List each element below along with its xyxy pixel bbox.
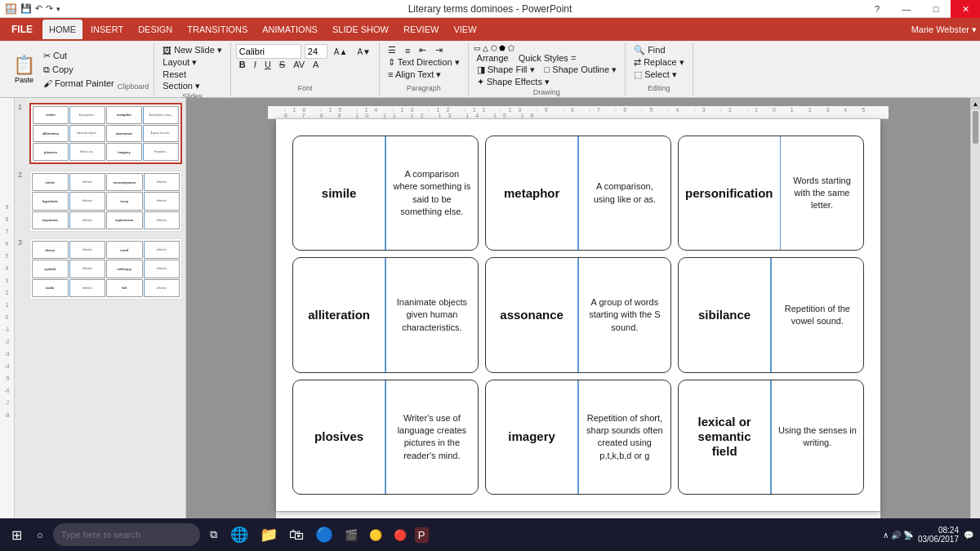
- internet-icon[interactable]: 🔵: [312, 524, 336, 545]
- redo-btn[interactable]: ↷: [46, 3, 53, 14]
- shape-outline-button[interactable]: □ Shape Outline ▾: [541, 64, 620, 76]
- max-btn[interactable]: □: [921, 0, 951, 18]
- ribbon-right: Marie Webster ▾: [911, 24, 977, 35]
- domino-8-def-text: Repetition of short, sharp sounds often …: [586, 412, 664, 463]
- new-slide-button[interactable]: 🖼 New Slide ▾: [159, 44, 225, 56]
- italic-button[interactable]: I: [251, 59, 260, 70]
- chrome-icon[interactable]: 🔴: [390, 527, 410, 543]
- increase-font-btn[interactable]: A▲: [331, 47, 351, 57]
- video-icon[interactable]: 🎬: [341, 527, 361, 543]
- user-name[interactable]: Marie Webster ▾: [911, 24, 977, 35]
- content-wrapper: 987654 3210-1-2 -3-4-5-6-7-8 1 simile A …: [0, 98, 980, 551]
- domino-7[interactable]: plosives Writer's use of language create…: [292, 380, 479, 495]
- domino-6-term-text: sibilance: [698, 308, 751, 322]
- decrease-indent-button[interactable]: ⇤: [416, 44, 430, 56]
- file-tab[interactable]: FILE: [3, 20, 41, 39]
- underline-button[interactable]: U: [261, 59, 274, 70]
- paste-button[interactable]: 📋 Paste: [8, 53, 40, 86]
- select-button[interactable]: ⬚ Select ▾: [630, 69, 680, 81]
- right-scrollbar: ▲ ▼: [970, 98, 980, 551]
- domino-7-def-text: Writer's use of language creates picture…: [393, 412, 471, 463]
- domino-9-term: lexical or semantic field: [679, 380, 770, 494]
- domino-8-term: imagery: [486, 380, 577, 494]
- app-icon-6[interactable]: 🟡: [366, 527, 385, 543]
- slide-2-thumb[interactable]: simile definition onomatopoeia definitio…: [29, 171, 182, 232]
- numbering-button[interactable]: ≡: [402, 44, 413, 56]
- char-spacing-button[interactable]: AV: [290, 59, 308, 70]
- format-painter-button[interactable]: 🖌 Format Painter: [40, 78, 118, 89]
- domino-1-def-text: A comparison where something is said to …: [393, 168, 471, 219]
- tab-slideshow[interactable]: SLIDE SHOW: [326, 20, 395, 39]
- domino-4-term: alliteration: [293, 258, 385, 371]
- para-row1: ☰ ≡ ⇤ ⇥: [385, 44, 446, 56]
- close-btn[interactable]: ✕: [951, 0, 980, 18]
- file-explorer-icon[interactable]: 📁: [256, 524, 281, 545]
- strikethrough-button[interactable]: S: [276, 59, 288, 70]
- section-button[interactable]: Section ▾: [159, 80, 203, 92]
- shape-fill-button[interactable]: ◨ Shape Fill ▾: [474, 64, 538, 76]
- text-direction-button[interactable]: ⇕ Text Direction ▾: [385, 56, 463, 69]
- tab-review[interactable]: REVIEW: [397, 20, 445, 39]
- font-name-input[interactable]: [236, 44, 301, 59]
- domino-5[interactable]: assonance A group of words starting with…: [485, 257, 671, 372]
- cortana-search-icon[interactable]: ○: [32, 526, 48, 544]
- tab-design[interactable]: DESIGN: [131, 20, 179, 39]
- copy-button[interactable]: ⧉ Copy: [40, 64, 118, 76]
- domino-5-term: assonance: [486, 258, 577, 371]
- domino-8[interactable]: imagery Repetition of short, sharp sound…: [485, 380, 671, 495]
- find-button[interactable]: 🔍 Find: [630, 44, 668, 56]
- replace-button[interactable]: ⇄ Replace ▾: [630, 56, 687, 69]
- tab-animations[interactable]: ANIMATIONS: [256, 20, 324, 39]
- increase-indent-button[interactable]: ⇥: [432, 44, 446, 56]
- tab-home[interactable]: HOME: [42, 20, 82, 39]
- task-view-button[interactable]: ⧉: [205, 525, 222, 544]
- domino-1[interactable]: simile A comparison where something is s…: [292, 136, 479, 251]
- min-btn[interactable]: —: [892, 0, 921, 18]
- para-row3: ≡ Align Text ▾: [385, 69, 444, 81]
- domino-9[interactable]: lexical or semantic field Using the sens…: [678, 380, 864, 495]
- reset-button[interactable]: Reset: [159, 69, 189, 80]
- shape-effects-button[interactable]: ✦ Shape Effects ▾: [474, 76, 553, 88]
- slide-2-container: 2 simile definition onomatopoeia definit…: [18, 171, 182, 232]
- powerpoint-icon[interactable]: P: [415, 527, 429, 543]
- domino-4-def-text: Inanimate objects given human characteri…: [393, 296, 471, 334]
- bullets-button[interactable]: ☰: [385, 44, 399, 56]
- domino-4[interactable]: alliteration Inanimate objects given hum…: [292, 257, 479, 372]
- store-icon[interactable]: 🛍: [286, 525, 307, 545]
- align-text-button[interactable]: ≡ Align Text ▾: [385, 69, 444, 81]
- quick-save[interactable]: 💾: [20, 3, 32, 14]
- scroll-thumb[interactable]: [973, 111, 978, 144]
- customize-btn[interactable]: ▾: [56, 5, 60, 13]
- edge-icon[interactable]: 🌐: [227, 524, 252, 545]
- editing-group: 🔍 Find ⇄ Replace ▾ ⬚ Select ▾ Editing: [626, 42, 693, 96]
- domino-9-def: Using the senses in writing.: [772, 380, 863, 494]
- domino-1-term: simile: [293, 136, 385, 250]
- cut-button[interactable]: ✂ Cut: [40, 50, 118, 62]
- undo-btn[interactable]: ↶: [35, 3, 42, 14]
- para-row2: ⇕ Text Direction ▾: [385, 56, 463, 69]
- notification-icon[interactable]: 💬: [964, 531, 973, 540]
- domino-6[interactable]: sibilance Repetition of the vowel sound.: [678, 257, 864, 372]
- domino-3[interactable]: personification Words starting with the …: [678, 136, 864, 251]
- slide-1-num: 1: [18, 103, 26, 111]
- font-color-button[interactable]: A: [310, 59, 322, 70]
- decrease-font-btn[interactable]: A▼: [354, 47, 374, 57]
- help-btn[interactable]: ?: [862, 0, 892, 18]
- arrange-button[interactable]: Arrange: [474, 52, 512, 64]
- domino-2[interactable]: metaphor A comparison, using like or as.: [485, 136, 671, 251]
- tab-transitions[interactable]: TRANSITIONS: [180, 20, 254, 39]
- domino-3-def-text: Words starting with the same letter.: [787, 175, 857, 212]
- slide-3-thumb[interactable]: theme definition motif definition symbol…: [29, 238, 182, 300]
- font-size-input[interactable]: [305, 44, 327, 59]
- taskbar-search-input[interactable]: [53, 523, 200, 546]
- editing-label: Editing: [648, 84, 670, 94]
- tab-insert[interactable]: INSERT: [84, 20, 130, 39]
- slide-canvas[interactable]: simile A comparison where something is s…: [276, 119, 880, 511]
- scroll-up[interactable]: ▲: [971, 98, 980, 109]
- layout-button[interactable]: Layout ▾: [159, 56, 200, 69]
- quick-styles-button[interactable]: Quick Styles =: [515, 52, 580, 64]
- slide-1-thumb[interactable]: simile A comparison... metaphor A compar…: [29, 103, 182, 164]
- bold-button[interactable]: B: [236, 59, 249, 70]
- start-button[interactable]: ⊞: [7, 524, 27, 546]
- tab-view[interactable]: VIEW: [447, 20, 483, 39]
